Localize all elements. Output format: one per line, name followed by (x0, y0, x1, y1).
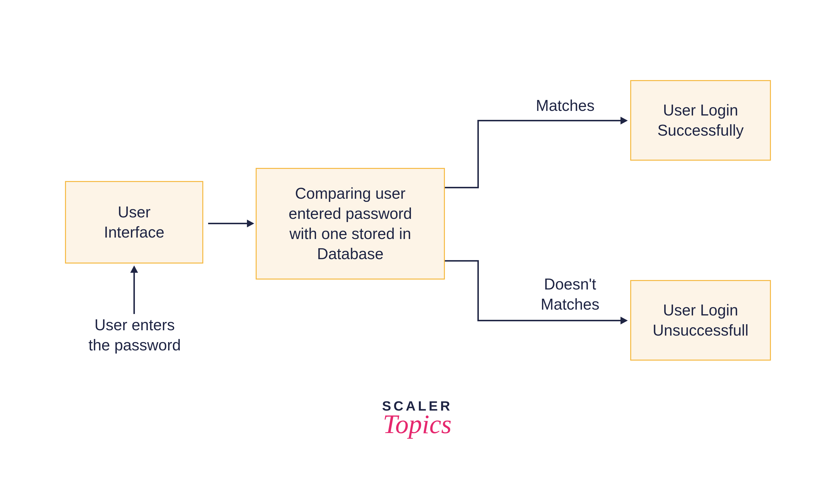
node-user-interface: User Interface (65, 181, 203, 264)
node-login-success-text: User Login Successfully (657, 100, 744, 141)
node-user-interface-text: User Interface (104, 202, 164, 242)
arrow-ui-to-compare (208, 223, 247, 224)
node-login-success: User Login Successfully (630, 80, 771, 161)
node-compare-text: Comparing user entered password with one… (289, 184, 412, 264)
arrow-compare-to-success-v (477, 120, 479, 188)
brand-logo: SCALER Topics (371, 398, 463, 440)
node-login-fail-text: User Login Unsuccessfull (653, 300, 749, 341)
node-compare: Comparing user entered password with one… (256, 168, 445, 280)
arrow-enters-to-ui-head (130, 266, 138, 273)
arrow-ui-to-compare-head (247, 220, 254, 227)
arrow-compare-to-fail-head (620, 317, 628, 325)
arrow-compare-to-success-head (620, 117, 628, 125)
arrow-compare-to-success-h1 (445, 187, 479, 188)
arrow-compare-to-fail-h1 (445, 260, 479, 262)
arrow-compare-to-fail-h2 (477, 320, 620, 321)
arrow-enters-to-ui (133, 273, 135, 314)
arrow-compare-to-fail-v (477, 260, 479, 321)
label-enters-password: User enters the password (75, 315, 194, 355)
label-matches: Matches (524, 95, 606, 116)
arrow-compare-to-success-h2 (477, 120, 620, 121)
brand-logo-topics: Topics (371, 409, 463, 440)
label-doesnt-match: Doesn't Matches (529, 274, 611, 314)
node-login-fail: User Login Unsuccessfull (630, 280, 771, 361)
